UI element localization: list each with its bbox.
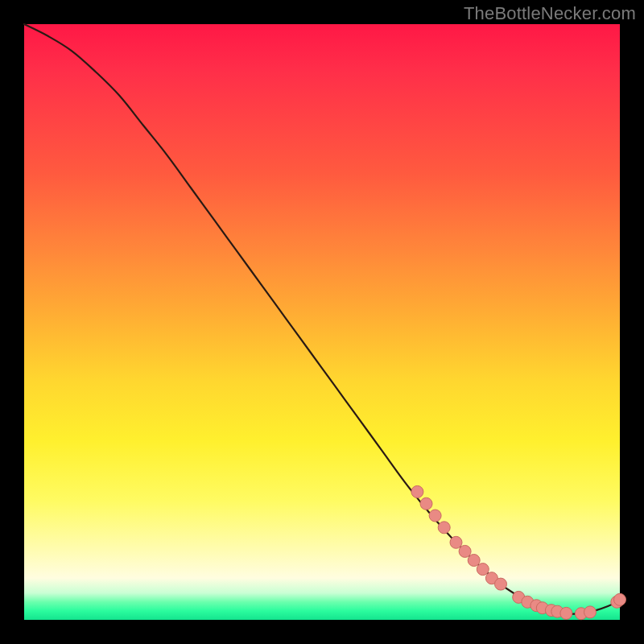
curve-marker xyxy=(614,593,626,605)
chart-plot-area xyxy=(24,24,620,620)
curve-marker xyxy=(438,522,450,534)
curve-marker xyxy=(420,497,432,510)
curve-marker xyxy=(584,606,597,618)
chart-svg xyxy=(24,24,620,620)
curve-marker xyxy=(560,607,572,619)
curve-marker xyxy=(429,510,441,522)
watermark-label: TheBottleNecker.com xyxy=(464,3,636,24)
chart-frame: TheBottleNecker.com xyxy=(0,0,644,644)
curve-marker xyxy=(459,545,471,557)
curve-marker xyxy=(468,555,480,567)
curve-marker xyxy=(495,578,507,590)
curve-markers xyxy=(411,485,626,619)
curve-marker xyxy=(450,536,462,548)
curve-marker xyxy=(411,485,423,497)
bottleneck-curve-line xyxy=(24,24,620,614)
curve-marker xyxy=(477,564,489,576)
